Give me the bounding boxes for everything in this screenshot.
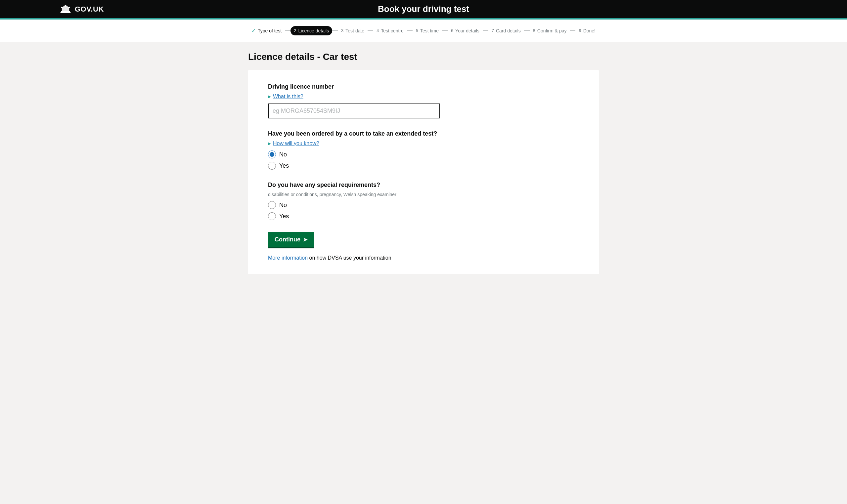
svg-point-2 (69, 6, 70, 8)
svg-point-0 (61, 6, 63, 8)
extended-test-yes-option[interactable]: Yes (268, 162, 579, 170)
triangle-icon-2: ▶ (268, 141, 271, 146)
progress-bar: ✓ Type of test 2 Licence details 3 Test … (242, 25, 605, 36)
site-header: GOV.UK Book your driving test (0, 0, 847, 18)
step-number-6: 6 (451, 28, 453, 33)
step-separator-2 (332, 31, 338, 31)
step-separator-8 (570, 31, 575, 31)
step-separator-3 (368, 31, 373, 31)
step-label-your-details: Your details (455, 28, 479, 33)
extended-test-no-radio[interactable] (268, 150, 276, 158)
step-licence-details[interactable]: 2 Licence details (290, 26, 332, 35)
step-label-test-date: Test date (346, 28, 364, 33)
special-req-no-radio[interactable] (268, 201, 276, 209)
special-req-yes-label: Yes (279, 213, 289, 220)
extended-test-yes-label: Yes (279, 162, 289, 169)
continue-button-label: Continue (275, 236, 300, 243)
page-title: Licence details - Car test (248, 52, 599, 62)
step-done[interactable]: 9 Done! (575, 26, 599, 35)
step-number-7: 7 (492, 28, 494, 33)
more-info-link[interactable]: More information (268, 255, 308, 260)
check-icon: ✓ (251, 28, 256, 34)
crown-icon (59, 5, 71, 14)
how-will-you-know-link[interactable]: How will you know? (273, 141, 319, 146)
step-number-4: 4 (376, 28, 379, 33)
special-req-yes-option[interactable]: Yes (268, 212, 579, 220)
extended-test-no-label: No (279, 151, 287, 158)
special-requirements-section: Do you have any special requirements? di… (268, 182, 579, 220)
svg-rect-4 (60, 12, 71, 13)
step-separator-6 (483, 31, 488, 31)
more-info-section: More information on how DVSA use your in… (268, 255, 579, 261)
step-number-8: 8 (533, 28, 535, 33)
more-info-suffix: on how DVSA use your information (308, 255, 391, 260)
licence-number-label: Driving licence number (268, 83, 579, 90)
step-separator-7 (524, 31, 530, 31)
special-req-no-label: No (279, 202, 287, 209)
step-number-3: 3 (341, 28, 343, 33)
step-separator-5 (442, 31, 448, 31)
extended-test-help-link[interactable]: ▶ How will you know? (268, 141, 579, 146)
arrow-icon: ➤ (303, 236, 307, 243)
step-label-card-details: Card details (496, 28, 521, 33)
step-test-date[interactable]: 3 Test date (338, 26, 368, 35)
gov-logo[interactable]: GOV.UK (59, 5, 104, 14)
triangle-icon-1: ▶ (268, 94, 271, 99)
extended-test-label: Have you been ordered by a court to take… (268, 130, 579, 137)
step-label-test-centre: Test centre (381, 28, 403, 33)
main-content: Licence details - Car test Driving licen… (242, 42, 605, 284)
step-label-confirm-pay: Confirm & pay (537, 28, 567, 33)
step-separator-4 (407, 31, 412, 31)
step-number-2: 2 (294, 28, 296, 33)
special-req-no-option[interactable]: No (268, 201, 579, 209)
step-type-of-test[interactable]: ✓ Type of test (248, 25, 285, 36)
step-number-9: 9 (579, 28, 581, 33)
step-label-licence-details: Licence details (298, 28, 329, 33)
licence-number-section: Driving licence number ▶ What is this? (268, 83, 579, 119)
step-separator-1 (285, 31, 290, 31)
step-card-details[interactable]: 7 Card details (488, 26, 524, 35)
licence-help-link[interactable]: ▶ What is this? (268, 94, 579, 100)
step-number-5: 5 (416, 28, 418, 33)
svg-rect-3 (61, 11, 70, 12)
what-is-this-link[interactable]: What is this? (273, 94, 303, 100)
special-requirements-label: Do you have any special requirements? (268, 182, 579, 188)
step-confirm-pay[interactable]: 8 Confirm & pay (530, 26, 570, 35)
extended-test-section: Have you been ordered by a court to take… (268, 130, 579, 170)
special-requirements-radio-group: No Yes (268, 201, 579, 220)
step-label-done: Done! (583, 28, 596, 33)
step-label-test-time: Test time (420, 28, 439, 33)
special-req-yes-radio[interactable] (268, 212, 276, 220)
step-your-details[interactable]: 6 Your details (448, 26, 483, 35)
logo-text: GOV.UK (75, 5, 104, 14)
site-title: Book your driving test (378, 4, 469, 14)
progress-nav: ✓ Type of test 2 Licence details 3 Test … (0, 18, 847, 42)
step-label-type-of-test: Type of test (258, 28, 282, 33)
form-card: Driving licence number ▶ What is this? H… (248, 70, 599, 274)
step-test-centre[interactable]: 4 Test centre (373, 26, 407, 35)
step-test-time[interactable]: 5 Test time (412, 26, 442, 35)
continue-button[interactable]: Continue ➤ (268, 232, 314, 248)
licence-number-input[interactable] (268, 104, 440, 119)
special-requirements-hint: disabilities or conditions, pregnancy, W… (268, 192, 579, 197)
extended-test-radio-group: No Yes (268, 150, 579, 170)
svg-point-1 (65, 5, 66, 6)
extended-test-no-option[interactable]: No (268, 150, 579, 158)
extended-test-yes-radio[interactable] (268, 162, 276, 170)
